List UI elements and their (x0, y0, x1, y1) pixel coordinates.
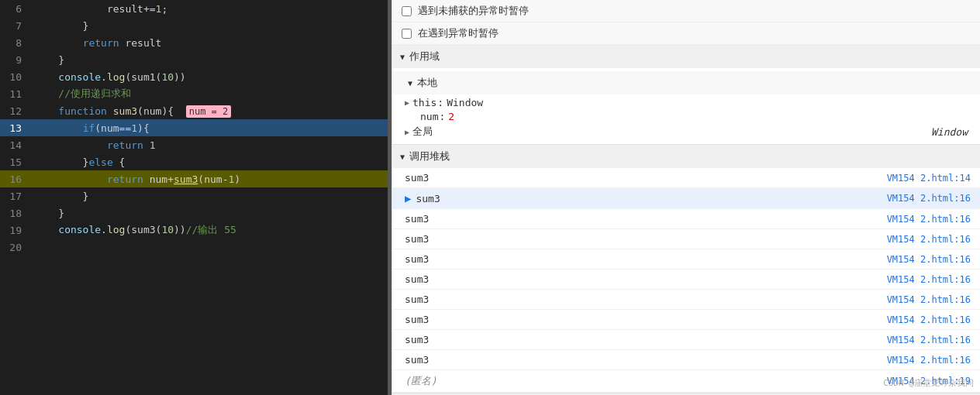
uncaught-exception-label: 遇到未捕获的异常时暂停 (418, 4, 529, 18)
line-content: console.log(sum1(10)) (28, 71, 388, 83)
code-line-11: 11 //使用递归求和 (0, 85, 388, 102)
line-number: 15 (0, 156, 28, 168)
line-number: 14 (0, 139, 28, 151)
stack-fn-name: sum3 (405, 213, 429, 225)
callstack-section: ▼ 调用堆栈 sum3VM154 2.html:14▶sum3VM154 2.h… (392, 145, 980, 393)
stack-location: VM154 2.html:16 (887, 294, 971, 305)
stack-fn-name: sum3 (405, 314, 429, 325)
line-number: 11 (0, 88, 28, 100)
local-header[interactable]: ▼ 本地 (392, 71, 980, 94)
stack-row-1[interactable]: ▶sum3VM154 2.html:16 (392, 188, 980, 209)
this-item[interactable]: ▶ this : Window (392, 94, 980, 111)
code-line-20: 20 (0, 239, 388, 256)
code-line-8: 8 return result (0, 34, 388, 51)
code-line-10: 10 console.log(sum1(10)) (0, 68, 388, 85)
stack-row-0[interactable]: sum3VM154 2.html:14 (392, 168, 980, 188)
global-val: Window (931, 126, 968, 138)
stack-fn-name: sum3 (405, 294, 429, 305)
num-colon: : (439, 111, 445, 122)
line-number: 6 (0, 3, 28, 15)
local-triangle: ▼ (408, 79, 412, 88)
scope-header[interactable]: ▼ 作用域 (392, 45, 980, 68)
caught-exception-checkbox[interactable] (402, 29, 412, 39)
line-number: 16 (0, 173, 28, 185)
stack-fn-name: sum3 (405, 354, 429, 366)
stack-active-arrow: ▶ (405, 192, 411, 204)
stack-location: VM154 2.html:19 (887, 376, 971, 386)
stack-row-6[interactable]: sum3VM154 2.html:16 (392, 290, 980, 310)
code-line-13: 13 if(num==1){ (0, 119, 388, 136)
code-editor: 6 result+=1;7 }8 return result9 }10 cons… (0, 0, 388, 395)
line-content: } (28, 208, 388, 219)
line-number: 9 (0, 54, 28, 66)
code-line-18: 18 } (0, 204, 388, 222)
code-line-6: 6 result+=1; (0, 0, 388, 17)
scope-title: 作用域 (409, 50, 440, 64)
code-line-14: 14 return 1 (0, 136, 388, 153)
global-row[interactable]: ▶ 全局 Window (392, 122, 980, 141)
stack-fn-name: sum3 (405, 233, 429, 245)
uncaught-exception-checkbox[interactable] (402, 6, 412, 16)
stack-row-9[interactable]: sum3VM154 2.html:16 (392, 350, 980, 370)
line-number: 20 (0, 242, 28, 253)
stack-row-7[interactable]: sum3VM154 2.html:16 (392, 310, 980, 330)
stack-row-3[interactable]: sum3VM154 2.html:16 (392, 229, 980, 249)
stack-fn-name: (匿名) (405, 374, 437, 388)
debug-panel: 遇到未捕获的异常时暂停 在遇到异常时暂停 ▼ 作用域 ▼ 本地 ▶ this :… (392, 0, 980, 395)
stack-fn-name: sum3 (405, 172, 429, 184)
line-content: //使用递归求和 (28, 87, 388, 101)
local-content: ▶ this : Window num : 2 (392, 94, 980, 122)
global-triangle: ▶ (405, 128, 409, 136)
code-line-9: 9 } (0, 51, 388, 68)
line-content: function sum3(num){ num = 2 (28, 105, 388, 117)
scope-section: ▼ 作用域 ▼ 本地 ▶ this : Window num : 2 (392, 45, 980, 145)
line-content: return 1 (28, 139, 388, 151)
exception-checkbox-row-2[interactable]: 在遇到异常时暂停 (392, 22, 980, 45)
line-content: }else { (28, 156, 388, 168)
stack-fn-name: sum3 (405, 253, 429, 265)
this-key: this (412, 97, 437, 108)
exception-checkbox-row-1[interactable]: 遇到未捕获的异常时暂停 (392, 0, 980, 22)
callstack-title: 调用堆栈 (409, 149, 450, 163)
caught-exception-label: 在遇到异常时暂停 (418, 26, 499, 40)
stack-row-8[interactable]: sum3VM154 2.html:16 (392, 330, 980, 350)
line-number: 7 (0, 20, 28, 32)
line-number: 10 (0, 71, 28, 83)
line-content: } (28, 20, 388, 32)
this-arrow: ▶ (405, 98, 409, 107)
stack-location: VM154 2.html:16 (887, 274, 971, 285)
line-content: return num+sum3(num-1) (28, 173, 388, 185)
code-line-17: 17 } (0, 187, 388, 204)
stack-location: VM154 2.html:16 (887, 193, 971, 204)
stack-row-4[interactable]: sum3VM154 2.html:16 (392, 249, 980, 270)
code-line-19: 19 console.log(sum3(10))//输出 55 (0, 222, 388, 239)
num-item: num : 2 (392, 111, 980, 122)
stack-location: VM154 2.html:16 (887, 234, 971, 245)
line-number: 13 (0, 122, 28, 134)
scope-content: ▼ 本地 ▶ this : Window num : 2 ▶ (392, 68, 980, 144)
stack-fn-name: sum3 (416, 193, 440, 204)
local-title: 本地 (417, 76, 437, 90)
callstack-triangle: ▼ (400, 153, 405, 161)
stack-row-5[interactable]: sum3VM154 2.html:16 (392, 270, 980, 290)
code-line-12: 12 function sum3(num){ num = 2 (0, 102, 388, 119)
this-val: Window (447, 97, 483, 108)
stack-location: VM154 2.html:16 (887, 335, 971, 345)
line-number: 12 (0, 105, 28, 117)
line-number: 18 (0, 208, 28, 219)
line-content: if(num==1){ (28, 122, 388, 134)
stack-location: VM154 2.html:16 (887, 254, 971, 265)
stack-row-10[interactable]: (匿名)VM154 2.html:19 (392, 370, 980, 393)
num-key: num (420, 111, 438, 122)
callstack-content: sum3VM154 2.html:14▶sum3VM154 2.html:16s… (392, 168, 980, 393)
stack-row-2[interactable]: sum3VM154 2.html:16 (392, 209, 980, 229)
line-content: return result (28, 37, 388, 49)
stack-location: VM154 2.html:14 (887, 173, 971, 184)
scope-triangle: ▼ (400, 53, 405, 61)
line-content: } (28, 54, 388, 66)
stack-location: VM154 2.html:16 (887, 314, 971, 325)
callstack-header[interactable]: ▼ 调用堆栈 (392, 145, 980, 168)
line-content: result+=1; (28, 3, 388, 15)
stack-location: VM154 2.html:16 (887, 214, 971, 225)
line-number: 8 (0, 37, 28, 49)
